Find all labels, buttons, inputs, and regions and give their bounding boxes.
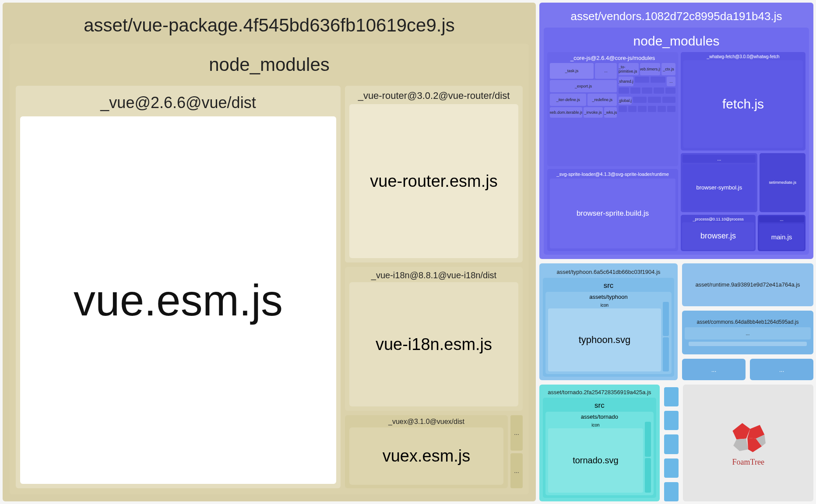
file-vue-esm[interactable]: vue.esm.js (20, 116, 336, 484)
tiny-files (645, 422, 651, 493)
file-shared-js[interactable]: _shared.js (619, 77, 633, 86)
overflow-dots[interactable]: ... (595, 63, 617, 79)
file-tornado-svg[interactable]: tornado.svg (548, 428, 643, 493)
right-column: asset/vendors.1082d72c8995da191b43.js no… (539, 3, 813, 501)
corejs-group[interactable]: _core-js@2.6.4@core-js/modules _task.js … (547, 52, 678, 166)
tiny-file[interactable] (667, 106, 675, 112)
svg-sprite-loader-group[interactable]: _svg-sprite-loader@4.1.3@svg-sprite-load… (547, 169, 678, 251)
chunk-runtime[interactable]: asset/runtime.9a93891e9d72e41a764a.js (682, 263, 813, 306)
chunk-commons[interactable]: asset/commons.64da8bb4eb1264d595ad.js ..… (682, 311, 813, 354)
file-vue-router-esm[interactable]: vue-router.esm.js (349, 104, 518, 258)
tiny-file[interactable] (662, 97, 675, 103)
tiny-file[interactable] (648, 106, 656, 112)
file-browser-symbol-js[interactable]: browser-symbol.js (682, 164, 756, 211)
file-global-js[interactable]: _global.js (619, 97, 632, 105)
tiny-chunk[interactable] (664, 411, 679, 430)
chunk-vue-package[interactable]: asset/vue-package.4f545bd636fb10619ce9.j… (3, 3, 536, 501)
assets-group[interactable]: assets/tornado icon tornado.svg (545, 412, 654, 495)
file-browser-js[interactable]: browser.js (682, 222, 754, 250)
tiny-file[interactable] (619, 88, 629, 94)
logo-label: FoamTree (732, 458, 764, 467)
node-modules-group[interactable]: node_modules _core-js@2.6.4@core-js/modu… (544, 28, 809, 255)
tiny-chunk[interactable] (664, 387, 679, 406)
file-to-primitive-js[interactable]: _to-primitive.js (619, 63, 639, 75)
src-group[interactable]: src assets/tornado icon tornado.svg (543, 398, 656, 498)
file-web-timers-js[interactable]: web.timers.js (640, 63, 660, 75)
chunk-tornado[interactable]: asset/tornado.2fa254728356919a425a.js sr… (539, 385, 660, 501)
file-browser-sprite-build[interactable]: browser-sprite.build.js (550, 178, 675, 248)
tiny-chunk[interactable]: ... (750, 359, 813, 380)
file-invoke-js[interactable]: _invoke.js (584, 107, 603, 118)
vue-dist-group[interactable]: _vue@2.6.6@vue/dist vue.esm.js (16, 86, 341, 488)
tiny-file[interactable] (658, 106, 666, 112)
file-label: vue.esm.js (74, 275, 283, 326)
tiny-file[interactable] (689, 342, 807, 346)
tiny-file[interactable] (654, 88, 664, 94)
group-title: _process@0.11.10@process (682, 216, 754, 222)
chunk-typhoon[interactable]: asset/typhoon.6a5c641db66bc03f1904.js sr… (539, 263, 678, 380)
file-main-js[interactable]: main.js (759, 224, 804, 250)
tiny-file[interactable] (665, 88, 676, 94)
group-title: assets/tornado (548, 412, 651, 420)
process-group[interactable]: _process@0.11.10@process browser.js (681, 215, 756, 251)
tiny-file[interactable] (648, 97, 661, 103)
group-title: src (545, 278, 672, 292)
overflow-dots[interactable]: ... (667, 77, 675, 86)
overflow-dots[interactable]: ... (685, 327, 811, 340)
tiny-file[interactable] (635, 77, 650, 83)
vuex-dist-group[interactable]: _vuex@3.1.0@vuex/dist vuex.esm.js (345, 415, 508, 488)
file-task-js[interactable]: _task.js (550, 63, 594, 79)
treemap-root: asset/vue-package.4f545bd636fb10619ce9.j… (0, 0, 816, 504)
tiny-file[interactable] (651, 77, 665, 83)
node-modules-group[interactable]: node_modules _vue@2.6.6@vue/dist vue.esm… (10, 44, 529, 494)
tiny-chunks (664, 385, 679, 501)
file-web-dom-iterable-js[interactable]: web.dom.iterable.js (550, 107, 582, 118)
group-title: _vuex@3.1.0@vuex/dist (349, 415, 503, 427)
tiny-chunk[interactable] (664, 482, 679, 501)
tiny-file[interactable] (642, 88, 652, 94)
file-ctx-js[interactable]: _ctx.js (661, 63, 675, 75)
group-title: node_modules (547, 28, 805, 52)
group-title: _vue-router@3.0.2@vue-router/dist (349, 86, 518, 104)
vue-i18n-dist-group[interactable]: _vue-i18n@8.8.1@vue-i18n/dist vue-i18n.e… (345, 267, 523, 411)
file-wks-js[interactable]: _wks.js (604, 107, 617, 118)
chunk-title: asset/vendors.1082d72c8995da191b43.js (544, 3, 809, 28)
group-title: _core-js@2.6.4@core-js/modules (550, 52, 675, 63)
overflow-dots[interactable]: ... (682, 155, 756, 163)
tiny-chunk[interactable] (664, 458, 679, 478)
overflow-dots[interactable]: ... (510, 453, 523, 488)
chunk-title: asset/tornado.2fa254728356919a425a.js (543, 385, 656, 398)
file-redefine-js[interactable]: _redefine.js (587, 94, 617, 106)
vue-router-dist-group[interactable]: _vue-router@3.0.2@vue-router/dist vue-ro… (345, 86, 523, 262)
chunk-title: asset/typhoon.6a5c641db66bc03f1904.js (543, 263, 674, 278)
file-fetch-js[interactable]: fetch.js (683, 60, 803, 148)
tiny-chunk[interactable] (664, 434, 679, 454)
tiny-file[interactable] (638, 106, 646, 112)
src-group[interactable]: src assets/typhoon icon typhoon.svg (543, 278, 674, 377)
tiny-file[interactable] (628, 106, 637, 112)
chunk-vendors[interactable]: asset/vendors.1082d72c8995da191b43.js no… (539, 3, 813, 259)
file-export-js[interactable]: _export.js (550, 80, 617, 92)
assets-group[interactable]: assets/typhoon icon typhoon.svg (545, 292, 672, 374)
file-iter-define-js[interactable]: _iter-define.js (550, 94, 586, 106)
overflow-dots[interactable]: ... (510, 415, 523, 450)
tiny-file[interactable] (619, 106, 627, 112)
overflow-dots[interactable]: ... (759, 216, 804, 222)
tiny-file[interactable] (633, 97, 646, 103)
browser-symbol-group[interactable]: ... browser-symbol.js (681, 153, 757, 213)
group-title: src (545, 398, 654, 412)
tiny-chunk[interactable]: ... (682, 359, 746, 380)
file-setimmediate-js[interactable]: setimmediate.js (760, 153, 805, 213)
group-title: _whatwg-fetch@3.0.0@whatwg-fetch (683, 52, 803, 60)
file-typhoon-svg[interactable]: typhoon.svg (548, 308, 661, 371)
whatwg-fetch-group[interactable]: _whatwg-fetch@3.0.0@whatwg-fetch fetch.j… (681, 52, 805, 150)
group-title: assets/typhoon (548, 292, 669, 300)
tiny-file[interactable] (630, 88, 641, 94)
file-vue-i18n-esm[interactable]: vue-i18n.esm.js (349, 282, 518, 406)
file-vuex-esm[interactable]: vuex.esm.js (349, 427, 503, 485)
foamtree-logo[interactable]: FoamTree (683, 385, 813, 501)
tiny-files (663, 302, 669, 371)
main-js-group[interactable]: ... main.js (758, 215, 805, 251)
svg-marker-2 (733, 438, 748, 451)
group-title: node_modules (10, 44, 529, 81)
